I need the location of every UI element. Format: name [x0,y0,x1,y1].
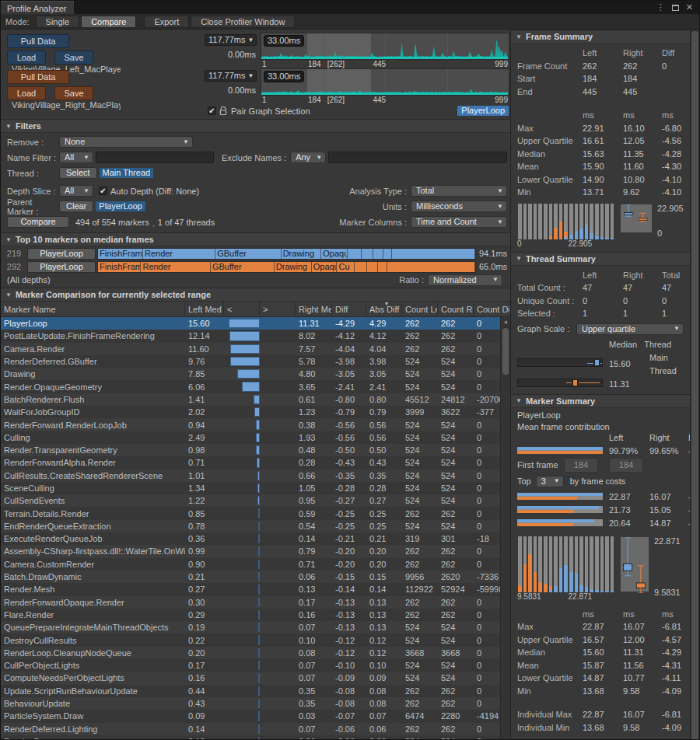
right-frame-graph[interactable]: 33.00ms [261,68,509,96]
pull-data-right-button[interactable]: Pull Data [7,70,69,84]
frame-summary-header[interactable]: ▼Frame Summary [511,30,690,44]
table-row[interactable]: RenderLoop.CleanupNodeQueue0.200.08-0.12… [1,647,510,659]
top10-root-button[interactable]: PlayerLoop [27,261,96,273]
load-left-button[interactable]: Load [7,51,46,65]
marker-comparison-header[interactable]: ▼Marker Comparison for currently selecte… [1,288,510,302]
table-row[interactable]: RenderDeferred.GBuffer9.765.78-3.983.985… [1,355,510,368]
thread-range-bar[interactable] [517,379,603,387]
first-frame-right-button[interactable]: 184 [609,458,643,473]
table-row[interactable]: CullSendEvents1.220.95-0.270.275245240 [1,494,510,507]
top10-segment[interactable] [392,249,475,259]
column-header[interactable]: Marker Name [1,302,185,316]
analysis-type-dropdown[interactable]: Total▼ [411,185,507,197]
column-header[interactable]: > [260,302,296,316]
table-row[interactable]: PlayerLoop15.6011.31-4.294.292622620 [1,317,510,330]
graph-scale-dropdown[interactable]: Upper quartile▼ [576,323,684,335]
top10-marker-bar[interactable]: FinishFrameReRenderGBufferDrawingOpaqu [97,248,476,260]
top10-root-button[interactable]: PlayerLoop [27,248,96,260]
name-filter-input[interactable] [96,152,214,163]
top10-segment[interactable] [348,249,362,259]
table-row[interactable]: Assembly-CSharp-firstpass.dll!::WaterTil… [1,545,510,557]
top10-segment[interactable] [362,249,373,259]
column-header[interactable]: Left Med [185,302,224,316]
table-row[interactable]: Render.TransparentGeometry0.980.48-0.500… [1,444,510,456]
table-row[interactable]: WaitForJobGroupID2.021.23-0.790.79399936… [1,406,510,418]
parent-clear-button[interactable]: Clear [59,201,93,212]
top10-segment[interactable]: Opaqu [321,249,348,259]
table-row[interactable]: Camera.Render11.607.57-4.044.042622620 [1,343,510,355]
top10-segment[interactable]: Render [141,262,210,272]
exclude-names-input[interactable] [328,152,507,163]
column-header[interactable]: Count Di [474,302,510,316]
panel-scrollbar-thumb[interactable] [691,31,698,740]
table-row[interactable]: CullPerObjectLights0.170.07-0.100.105245… [1,659,510,672]
table-row[interactable]: Update.ScriptRunBehaviourUpdate0.440.35-… [1,685,510,697]
top10-segment[interactable]: GBuffer [211,262,275,272]
top10-segment[interactable]: FinishFrameR [98,262,141,272]
table-row[interactable]: EndRenderQueueExtraction0.780.54-0.250.2… [1,520,510,532]
table-row[interactable]: RenderForwardOpaque.Render0.300.17-0.130… [1,596,510,609]
marker-summary-header[interactable]: ▼Marker Summary [511,394,690,408]
mode-single-button[interactable]: Single [36,16,80,28]
top10-segment[interactable]: Drawing [282,249,322,259]
table-row[interactable]: CullResults.CreateSharedRendererScene1.0… [1,469,510,482]
tab-profile-analyzer[interactable]: Profile Analyzer [1,1,74,14]
column-header[interactable]: < [224,302,260,316]
frame-summary-histogram[interactable] [517,204,615,239]
table-row[interactable]: RenderForward.RenderLoopJob0.940.38-0.56… [1,418,510,431]
top10-segment[interactable] [355,262,367,272]
table-row[interactable]: Render.Mesh0.270.13-0.140.1411292252924-… [1,583,510,595]
kebab-menu-icon[interactable]: ⋮ [656,2,665,12]
table-row[interactable]: Terrain.Details.Render0.850.59-0.250.252… [1,507,510,519]
column-header[interactable]: Count Le [402,302,438,316]
top10-header[interactable]: ▼Top 10 markers on median frames [1,232,510,246]
top10-segment[interactable] [367,262,378,272]
first-frame-left-button[interactable]: 184 [564,458,598,473]
exclude-mode-dropdown[interactable]: Any▼ [290,152,326,163]
pull-data-left-button[interactable]: Pull Data [7,34,69,48]
close-profiler-button[interactable]: Close Profiler Window [191,16,295,28]
table-row[interactable]: PostLateUpdate.FinishFrameRendering12.14… [1,330,510,342]
table-row[interactable]: Render.OpaqueGeometry6.063.65-2.412.4152… [1,380,510,393]
column-header[interactable]: Right Me [296,302,332,316]
mode-compare-button[interactable]: Compare [81,16,136,28]
column-header[interactable]: Diff [332,302,366,316]
top10-segment[interactable]: Cu [337,262,355,272]
filters-header[interactable]: ▼Filters [1,119,510,133]
units-dropdown[interactable]: Milliseconds▼ [411,201,507,212]
top10-segment[interactable]: Drawing [275,262,312,272]
column-header[interactable]: Abs Diff▼ [366,302,402,316]
close-icon[interactable]: ✕ [686,2,693,12]
table-row[interactable]: Render.Prepare0.120.06-0.060.065245240 [1,735,510,740]
auto-depth-checkbox[interactable]: ✔ [99,187,107,195]
marker-summary-histogram[interactable] [517,536,615,592]
top10-segment[interactable] [373,249,383,259]
table-scrollbar-thumb[interactable] [502,328,509,375]
thread-range-bar[interactable] [517,358,603,367]
table-row[interactable]: BatchRenderer.Flush1.410.61-0.800.804551… [1,393,510,406]
maximize-icon[interactable] [672,5,679,11]
save-left-button[interactable]: Save [54,51,93,65]
table-row[interactable]: BehaviourUpdate0.430.35-0.080.082622620 [1,697,510,710]
table-scrollbar[interactable]: ▲ [500,317,510,740]
top-n-dropdown[interactable]: 3▼ [536,476,564,487]
table-row[interactable]: ExecuteRenderQueueJob0.360.14-0.210.2131… [1,532,510,545]
table-row[interactable]: QueuePrepareIntegrateMainThreadObjects0.… [1,621,510,634]
median-handle[interactable] [593,360,600,365]
table-row[interactable]: ComputeNeedsPerObjectLights0.160.07-0.09… [1,672,510,684]
table-row[interactable]: RenderDeferred.Lighting0.140.07-0.060.06… [1,723,510,735]
top10-segment[interactable]: Render [143,249,215,259]
ratio-dropdown[interactable]: Normalized▼ [428,274,502,286]
pair-graph-checkbox[interactable]: ✔ [208,106,216,115]
median-handle[interactable] [572,380,579,386]
right-scale-dropdown[interactable]: 117.77ms▼ [205,70,257,82]
table-row[interactable]: SceneCulling1.341.05-0.280.285245240 [1,482,510,494]
column-header[interactable]: Count Ri [438,302,474,316]
top10-segment[interactable] [383,249,392,259]
remove-dropdown[interactable]: None▼ [59,136,193,148]
top10-segment[interactable] [387,262,475,272]
panel-scrollbar[interactable] [690,30,699,740]
table-row[interactable]: DestroyCullResults0.220.10-0.120.1252452… [1,634,510,646]
table-row[interactable]: Drawing7.854.80-3.053.055245240 [1,368,510,380]
top10-segment[interactable]: GBuffer [215,249,281,259]
